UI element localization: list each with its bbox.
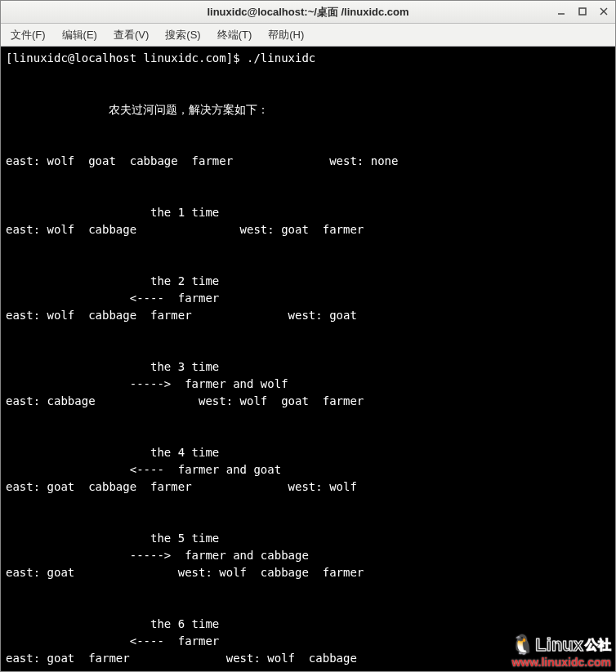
terminal-line: the 2 time [6,273,610,290]
menubar: 文件(F) 编辑(E) 查看(V) 搜索(S) 终端(T) 帮助(H) [1,24,615,47]
menu-edit[interactable]: 编辑(E) [59,26,100,44]
minimize-button[interactable] [553,3,569,20]
terminal-line: the 4 time [6,444,610,461]
terminal-line [6,118,610,136]
window-title: linuxidc@localhost:~/桌面 /linuxidc.com [207,5,408,20]
terminal-line: east: goat west: wolf cabbage farmer [6,564,610,581]
terminal-line: -----> farmer and wolf [6,376,610,393]
terminal-line [6,170,610,187]
terminal-line [6,84,610,101]
terminal-line: east: goat cabbage farmer west: wolf [6,478,610,496]
terminal-line [6,427,610,444]
terminal-line [6,324,610,341]
terminal-line [6,513,610,530]
terminal-line: <---- farmer [6,290,610,307]
terminal-line: east: wolf cabbage farmer west: goat [6,307,610,324]
terminal-line [6,410,610,427]
menu-help[interactable]: 帮助(H) [265,26,307,44]
terminal-line: the 6 time [6,616,610,633]
terminal-line: 农夫过河问题，解决方案如下： [6,101,610,118]
minimize-icon [556,7,566,16]
terminal-line [6,341,610,358]
terminal-line: east: wolf cabbage west: goat farmer [6,221,610,238]
terminal-line: east: cabbage west: wolf goat farmer [6,393,610,410]
terminal-line: <---- farmer and goat [6,461,610,478]
menu-view[interactable]: 查看(V) [110,26,152,44]
terminal-window: linuxidc@localhost:~/桌面 /linuxidc.com 文件… [0,0,616,672]
window-controls [553,3,612,20]
terminal-line [6,496,610,513]
maximize-icon [578,7,587,16]
terminal-line: the 5 time [6,530,610,547]
terminal-line [6,67,610,84]
close-icon [599,7,609,16]
terminal-output[interactable]: [linuxidc@localhost linuxidc.com]$ ./lin… [1,47,615,671]
terminal-line [6,581,610,599]
terminal-line: the 3 time [6,358,610,376]
terminal-line: <---- farmer [6,633,610,650]
terminal-line: east: goat farmer west: wolf cabbage [6,650,610,667]
titlebar[interactable]: linuxidc@localhost:~/桌面 /linuxidc.com [1,1,615,24]
terminal-line: -----> farmer and cabbage [6,547,610,564]
menu-search[interactable]: 搜索(S) [162,26,203,44]
terminal-line [6,187,610,204]
terminal-line [6,599,610,616]
terminal-line [6,238,610,256]
terminal-line: east: wolf goat cabbage farmer west: non… [6,153,610,170]
terminal-line [6,256,610,273]
terminal-line: the 1 time [6,204,610,221]
terminal-line [6,667,610,671]
terminal-line: [linuxidc@localhost linuxidc.com]$ ./lin… [6,50,610,67]
menu-file[interactable]: 文件(F) [7,26,49,44]
close-button[interactable] [596,3,612,20]
svg-rect-1 [579,8,586,15]
maximize-button[interactable] [574,3,591,20]
menu-terminal[interactable]: 终端(T) [214,26,256,44]
terminal-line [6,136,610,153]
